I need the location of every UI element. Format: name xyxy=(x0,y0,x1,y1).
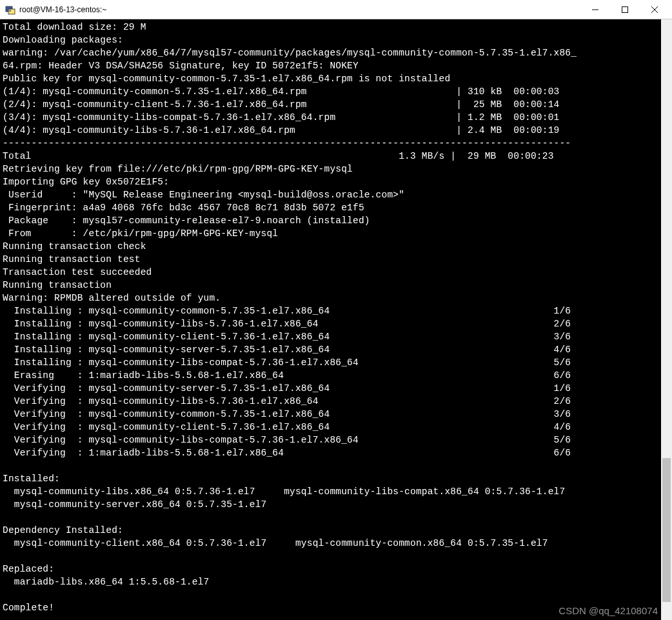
close-button[interactable] xyxy=(640,0,669,19)
terminal-area: Total download size: 29 M Downloading pa… xyxy=(0,19,672,620)
maximize-button[interactable] xyxy=(610,0,640,19)
window-titlebar: root@VM-16-13-centos:~ xyxy=(0,0,672,19)
putty-icon xyxy=(5,5,15,15)
vertical-scrollbar[interactable] xyxy=(661,19,672,620)
window-title: root@VM-16-13-centos:~ xyxy=(19,5,106,14)
svg-rect-3 xyxy=(622,6,628,12)
terminal-output[interactable]: Total download size: 29 M Downloading pa… xyxy=(0,19,661,620)
minimize-button[interactable] xyxy=(580,0,610,19)
scrollbar-thumb[interactable] xyxy=(662,458,671,602)
